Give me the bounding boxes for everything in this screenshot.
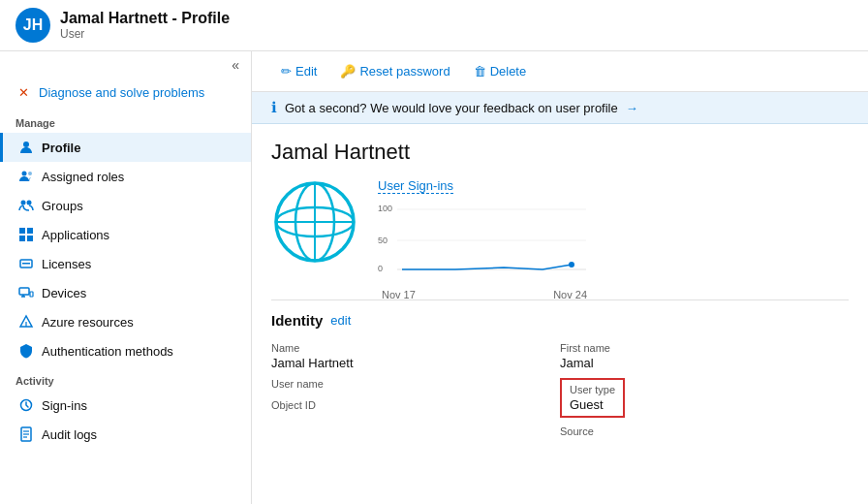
profile-body: User Sign-ins 100 50 0 [271, 178, 849, 284]
sidebar-item-groups[interactable]: Groups [0, 191, 251, 220]
identity-left: Name Jamal Hartnett User name Object ID [271, 338, 560, 443]
auth-icon [18, 343, 34, 359]
collapse-btn[interactable]: « [0, 51, 251, 77]
identity-right: First name Jamal User type Guest Source [560, 338, 849, 443]
edit-button[interactable]: ✏ Edit [271, 59, 326, 83]
page-subtitle: User [60, 27, 230, 41]
source-label: Source [560, 425, 849, 437]
manage-section-label: Manage [0, 108, 251, 133]
user-type-value: Guest [570, 397, 615, 412]
first-name-value: Jamal [560, 356, 849, 370]
page-header: JH Jamal Hartnett - Profile User [0, 0, 868, 51]
sidebar-label-profile: Profile [42, 141, 80, 155]
profile-section: Jamal Hartnett User Sign-ins [252, 124, 868, 458]
object-id-label: Object ID [271, 399, 560, 411]
delete-icon: 🗑 [474, 64, 486, 79]
name-field: Name Jamal Hartnett [271, 338, 560, 374]
reset-password-button[interactable]: 🔑 Reset password [330, 59, 459, 83]
diagnose-icon: ✕ [16, 84, 31, 100]
chart-link[interactable]: User Sign-ins [378, 178, 453, 194]
svg-rect-8 [27, 236, 33, 241]
sidebar-label-azure-resources: Azure resources [42, 315, 134, 330]
svg-rect-12 [30, 292, 33, 297]
svg-point-3 [21, 201, 26, 205]
sidebar-label-sign-ins: Sign-ins [42, 398, 87, 413]
identity-title: Identity [271, 312, 323, 329]
sidebar-label-auth-methods: Authentication methods [42, 344, 173, 359]
edit-icon: ✏ [281, 64, 292, 79]
svg-point-0 [23, 142, 29, 147]
svg-rect-5 [19, 228, 25, 234]
sidebar-label-audit-logs: Audit logs [42, 427, 97, 442]
page-title: Jamal Hartnett - Profile [60, 10, 230, 27]
name-value: Jamal Hartnett [271, 356, 560, 370]
chart-section: User Sign-ins 100 50 0 [378, 178, 849, 284]
apps-icon [18, 227, 34, 242]
main-content: ✏ Edit 🔑 Reset password 🗑 Delete ℹ Got a… [252, 51, 868, 504]
diagnose-label: Diagnose and solve problems [39, 85, 204, 100]
delete-button[interactable]: 🗑 Delete [464, 59, 537, 83]
sidebar-item-profile[interactable]: Profile [0, 133, 251, 162]
sidebar-item-applications[interactable]: Applications [0, 220, 251, 249]
feedback-bar: ℹ Got a second? We would love your feedb… [252, 92, 868, 124]
svg-rect-6 [27, 228, 33, 234]
sidebar-item-audit-logs[interactable]: Audit logs [0, 420, 251, 449]
sidebar-item-assigned-roles[interactable]: Assigned roles [0, 162, 251, 191]
collapse-icon[interactable]: « [232, 57, 239, 73]
svg-point-1 [22, 172, 27, 176]
identity-grid: Name Jamal Hartnett User name Object ID [271, 338, 849, 443]
sidebar-label-devices: Devices [42, 286, 86, 300]
sidebar-item-licenses[interactable]: Licenses [0, 249, 251, 278]
svg-rect-10 [22, 263, 30, 265]
feedback-text: Got a second? We would love your feedbac… [285, 101, 618, 115]
name-label: Name [271, 342, 560, 354]
feedback-link[interactable]: → [626, 101, 638, 115]
toolbar: ✏ Edit 🔑 Reset password 🗑 Delete [252, 51, 868, 92]
svg-text:50: 50 [378, 236, 388, 245]
person-icon [18, 140, 34, 155]
profile-avatar [271, 178, 358, 284]
globe-svg [271, 178, 358, 266]
main-layout: « ✕ Diagnose and solve problems Manage P… [0, 51, 868, 504]
key-icon: 🔑 [340, 64, 356, 79]
svg-text:0: 0 [378, 264, 383, 273]
username-field: User name [271, 374, 560, 395]
audit-icon [18, 426, 34, 442]
svg-text:100: 100 [378, 204, 392, 213]
sidebar-label-assigned-roles: Assigned roles [42, 170, 124, 184]
roles-icon [18, 169, 34, 184]
chart-svg: 100 50 0 [378, 197, 591, 284]
signins-icon [18, 397, 34, 413]
info-icon: ℹ [271, 99, 277, 116]
first-name-field: First name Jamal [560, 338, 849, 374]
sidebar-item-auth-methods[interactable]: Authentication methods [0, 336, 251, 365]
identity-edit-link[interactable]: edit [330, 313, 351, 328]
header-text: Jamal Hartnett - Profile User [60, 10, 230, 41]
user-type-label: User type [570, 384, 615, 395]
object-id-field: Object ID [271, 395, 560, 417]
sidebar-item-devices[interactable]: Devices [0, 278, 251, 307]
svg-rect-7 [19, 236, 25, 241]
sidebar: « ✕ Diagnose and solve problems Manage P… [0, 51, 252, 504]
licenses-icon [18, 256, 34, 271]
profile-name: Jamal Hartnett [271, 140, 849, 165]
devices-icon [18, 285, 34, 300]
sidebar-item-sign-ins[interactable]: Sign-ins [0, 391, 251, 420]
sidebar-label-applications: Applications [42, 228, 109, 242]
svg-rect-11 [19, 288, 29, 295]
source-field: Source [560, 422, 849, 443]
sidebar-label-groups: Groups [42, 199, 83, 213]
svg-point-4 [27, 201, 32, 205]
svg-point-2 [28, 172, 32, 175]
diagnose-item[interactable]: ✕ Diagnose and solve problems [0, 77, 251, 108]
sidebar-item-azure-resources[interactable]: Azure resources [0, 307, 251, 336]
user-type-box: User type Guest [560, 378, 625, 418]
sidebar-label-licenses: Licenses [42, 257, 91, 271]
azure-icon [18, 314, 34, 330]
chart-x-labels: Nov 17 Nov 24 [378, 289, 591, 300]
identity-section: Identity edit Name Jamal Hartnett User n… [271, 299, 849, 443]
user-type-field: User type Guest [560, 374, 849, 422]
avatar: JH [16, 8, 50, 43]
activity-section-label: Activity [0, 365, 251, 391]
first-name-label: First name [560, 342, 849, 354]
